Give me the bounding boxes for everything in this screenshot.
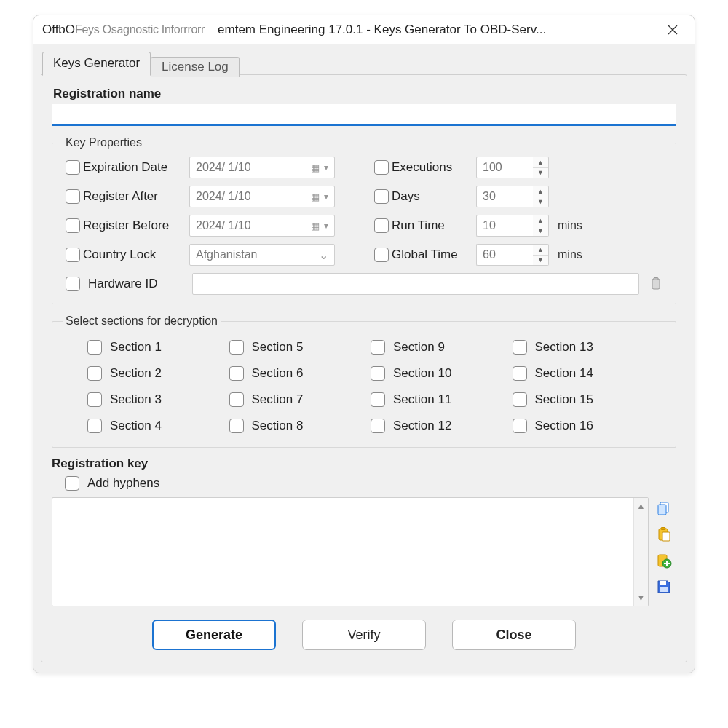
section-12-label: Section 12 xyxy=(393,419,451,433)
section-15-label: Section 15 xyxy=(535,392,593,407)
verify-button[interactable]: Verify xyxy=(302,620,426,650)
spin-up-icon: ▲ xyxy=(533,186,548,197)
calendar-icon: ▦ xyxy=(308,191,323,202)
copy-button[interactable] xyxy=(654,499,673,518)
hardware-id-field[interactable] xyxy=(192,273,639,295)
spin-up-icon: ▲ xyxy=(533,215,548,226)
hardware-id-paste-button[interactable] xyxy=(646,274,665,293)
window-title-left: OffbOFeys Osagnostic Inforrrorr xyxy=(42,23,205,37)
registration-key-block: Registration key Add hyphens ▲ ▼ xyxy=(52,456,676,606)
register-after-label: Register After xyxy=(83,189,185,204)
section-16-checkbox[interactable] xyxy=(513,419,527,433)
hardware-id-checkbox[interactable] xyxy=(66,277,80,291)
global-time-spin[interactable]: 60 ▲▼ xyxy=(476,244,549,266)
calendar-icon: ▦ xyxy=(308,162,323,173)
expiration-date-field[interactable]: 2024/ 1/10 ▦ ▾ xyxy=(189,157,335,178)
title-prefix: OffbO xyxy=(42,23,75,37)
country-lock-checkbox[interactable] xyxy=(66,248,80,262)
save-button[interactable] xyxy=(654,577,673,596)
svg-rect-5 xyxy=(661,528,665,530)
section-5-checkbox[interactable] xyxy=(229,340,244,355)
executions-checkbox[interactable] xyxy=(374,160,389,175)
days-spinner[interactable]: ▲▼ xyxy=(533,186,549,207)
section-11-checkbox[interactable] xyxy=(371,392,385,407)
tab-keys-generator[interactable]: Keys Generator xyxy=(42,52,151,76)
section-9-checkbox[interactable] xyxy=(371,340,385,355)
section-13-checkbox[interactable] xyxy=(513,340,527,355)
section-3-label: Section 3 xyxy=(110,392,162,407)
title-faded: Feys Osagnostic Inforrrorr xyxy=(75,23,205,36)
section-11-item: Section 11 xyxy=(368,390,502,409)
key-properties-grid: Expiration Date 2024/ 1/10 ▦ ▾ Execution… xyxy=(63,157,665,266)
generate-button[interactable]: Generate xyxy=(152,620,276,650)
scroll-down-icon: ▼ xyxy=(637,593,646,603)
section-4-item: Section 4 xyxy=(84,416,219,435)
key-properties-group: Key Properties Expiration Date 2024/ 1/1… xyxy=(52,136,676,304)
register-after-checkbox[interactable] xyxy=(66,189,80,204)
register-before-checkbox[interactable] xyxy=(66,218,80,233)
key-scrollbar[interactable]: ▲ ▼ xyxy=(633,498,648,606)
section-1-checkbox[interactable] xyxy=(87,340,102,355)
section-5-item: Section 5 xyxy=(226,338,361,357)
country-lock-value: Afghanistan xyxy=(196,248,258,261)
section-8-checkbox[interactable] xyxy=(229,419,244,433)
window-close-button[interactable] xyxy=(657,18,689,41)
country-lock-combo[interactable]: Afghanistan ⌄ xyxy=(189,244,335,266)
tab-license-log-label: License Log xyxy=(162,60,229,74)
executions-spin[interactable]: 100 ▲▼ xyxy=(476,157,549,178)
section-6-checkbox[interactable] xyxy=(229,366,244,381)
global-time-spinner[interactable]: ▲▼ xyxy=(533,244,549,266)
spin-down-icon: ▼ xyxy=(533,256,548,266)
tab-license-log[interactable]: License Log xyxy=(151,57,240,77)
executions-spinner[interactable]: ▲▼ xyxy=(533,157,549,178)
section-7-checkbox[interactable] xyxy=(229,392,244,407)
button-row: Generate Verify Close xyxy=(52,620,676,650)
chevron-down-icon: ▾ xyxy=(324,162,328,173)
executions-value: 100 xyxy=(483,161,502,174)
paste-button[interactable] xyxy=(654,525,673,544)
section-10-label: Section 10 xyxy=(393,366,451,381)
registration-key-textarea[interactable]: ▲ ▼ xyxy=(52,497,649,606)
spin-down-icon: ▼ xyxy=(533,168,548,178)
expiration-date-checkbox[interactable] xyxy=(66,160,80,175)
section-10-checkbox[interactable] xyxy=(371,366,385,381)
run-time-checkbox[interactable] xyxy=(374,218,389,233)
section-7-item: Section 7 xyxy=(226,390,361,409)
registration-name-input[interactable] xyxy=(52,104,676,126)
days-checkbox[interactable] xyxy=(374,189,389,204)
days-label: Days xyxy=(392,189,472,204)
add-hyphens-checkbox[interactable] xyxy=(65,476,79,491)
run-time-spinner[interactable]: ▲▼ xyxy=(533,215,549,237)
section-14-item: Section 14 xyxy=(510,364,644,383)
svg-rect-9 xyxy=(660,581,666,585)
section-12-checkbox[interactable] xyxy=(371,419,385,433)
clipboard-icon xyxy=(649,277,663,291)
add-hyphens-label: Add hyphens xyxy=(87,476,159,491)
days-value: 30 xyxy=(483,190,496,203)
global-time-checkbox[interactable] xyxy=(374,248,389,262)
client-area: Keys Generator License Log Registration … xyxy=(33,44,695,673)
close-button[interactable]: Close xyxy=(452,620,576,650)
app-window: OffbOFeys Osagnostic Inforrrorr emtem En… xyxy=(33,15,695,673)
section-15-checkbox[interactable] xyxy=(513,392,527,407)
expiration-date-value: 2024/ 1/10 xyxy=(196,161,251,174)
register-before-label: Register Before xyxy=(83,218,185,233)
section-6-label: Section 6 xyxy=(252,366,304,381)
days-spin[interactable]: 30 ▲▼ xyxy=(476,186,549,207)
global-time-value: 60 xyxy=(483,248,496,261)
section-14-checkbox[interactable] xyxy=(513,366,527,381)
tab-keys-generator-label: Keys Generator xyxy=(53,56,140,70)
section-2-checkbox[interactable] xyxy=(87,366,102,381)
run-time-spin[interactable]: 10 ▲▼ xyxy=(476,215,549,237)
section-4-checkbox[interactable] xyxy=(87,419,102,433)
svg-rect-6 xyxy=(662,532,670,541)
register-before-field[interactable]: 2024/ 1/10 ▦ ▾ xyxy=(189,215,335,237)
register-after-field[interactable]: 2024/ 1/10 ▦ ▾ xyxy=(189,186,335,207)
chevron-down-icon: ▾ xyxy=(324,191,328,202)
section-15-item: Section 15 xyxy=(510,390,644,409)
svg-rect-0 xyxy=(652,279,660,289)
add-button[interactable] xyxy=(654,551,673,570)
titlebar: OffbOFeys Osagnostic Inforrrorr emtem En… xyxy=(33,15,695,44)
section-3-checkbox[interactable] xyxy=(87,392,102,407)
window-title-right: emtem Engineering 17.0.1 - Keys Generato… xyxy=(205,23,657,37)
